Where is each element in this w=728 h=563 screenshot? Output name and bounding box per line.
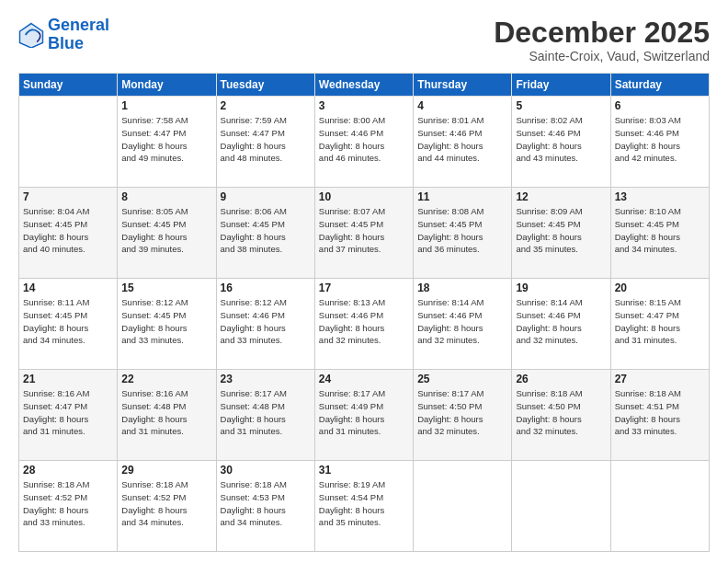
day-info: Sunrise: 8:18 AMSunset: 4:51 PMDaylight:… <box>615 387 705 438</box>
calendar-cell: 12Sunrise: 8:09 AMSunset: 4:45 PMDayligh… <box>512 188 610 279</box>
calendar-cell: 10Sunrise: 8:07 AMSunset: 4:45 PMDayligh… <box>314 188 413 279</box>
day-number: 30 <box>221 464 311 477</box>
calendar-cell: 8Sunrise: 8:05 AMSunset: 4:45 PMDaylight… <box>118 188 216 279</box>
weekday-header-tuesday: Tuesday <box>216 74 314 97</box>
calendar-cell <box>512 461 610 552</box>
calendar-cell: 2Sunrise: 7:59 AMSunset: 4:47 PMDaylight… <box>216 97 314 188</box>
day-number: 7 <box>23 190 113 203</box>
day-info: Sunrise: 8:12 AMSunset: 4:46 PMDaylight:… <box>221 296 311 347</box>
day-number: 18 <box>417 282 507 294</box>
day-info: Sunrise: 8:05 AMSunset: 4:45 PMDaylight:… <box>121 205 211 256</box>
day-info: Sunrise: 8:16 AMSunset: 4:47 PMDaylight:… <box>23 387 113 438</box>
calendar-cell: 7Sunrise: 8:04 AMSunset: 4:45 PMDaylight… <box>19 188 118 279</box>
calendar-cell: 20Sunrise: 8:15 AMSunset: 4:47 PMDayligh… <box>610 279 709 370</box>
calendar-cell: 30Sunrise: 8:18 AMSunset: 4:53 PMDayligh… <box>216 461 314 552</box>
month-title: December 2025 <box>494 17 710 49</box>
day-number: 28 <box>23 464 113 477</box>
location: Sainte-Croix, Vaud, Switzerland <box>494 49 710 63</box>
calendar-week-row: 7Sunrise: 8:04 AMSunset: 4:45 PMDaylight… <box>19 188 710 279</box>
day-number: 10 <box>319 190 409 203</box>
day-info: Sunrise: 8:04 AMSunset: 4:45 PMDaylight:… <box>23 205 113 256</box>
day-info: Sunrise: 8:03 AMSunset: 4:46 PMDaylight:… <box>615 114 705 165</box>
logo-icon <box>18 22 44 48</box>
calendar-cell: 17Sunrise: 8:13 AMSunset: 4:46 PMDayligh… <box>314 279 413 370</box>
day-number: 16 <box>221 282 311 294</box>
day-info: Sunrise: 8:06 AMSunset: 4:45 PMDaylight:… <box>221 205 311 256</box>
calendar-cell: 9Sunrise: 8:06 AMSunset: 4:45 PMDaylight… <box>216 188 314 279</box>
calendar-cell: 5Sunrise: 8:02 AMSunset: 4:46 PMDaylight… <box>512 97 610 188</box>
day-number: 8 <box>121 190 211 203</box>
day-number: 3 <box>319 99 409 112</box>
day-number: 29 <box>121 464 211 477</box>
calendar-cell: 31Sunrise: 8:19 AMSunset: 4:54 PMDayligh… <box>314 461 413 552</box>
logo-text: General Blue <box>48 17 109 53</box>
calendar-cell: 15Sunrise: 8:12 AMSunset: 4:45 PMDayligh… <box>118 279 216 370</box>
day-number: 6 <box>615 99 705 112</box>
day-number: 24 <box>319 373 409 385</box>
title-block: December 2025 Sainte-Croix, Vaud, Switze… <box>494 17 710 63</box>
logo: General Blue <box>18 17 109 53</box>
day-info: Sunrise: 8:17 AMSunset: 4:48 PMDaylight:… <box>221 387 311 438</box>
day-number: 14 <box>23 282 113 294</box>
day-info: Sunrise: 8:01 AMSunset: 4:46 PMDaylight:… <box>417 114 507 165</box>
day-number: 17 <box>319 282 409 294</box>
day-info: Sunrise: 8:07 AMSunset: 4:45 PMDaylight:… <box>319 205 409 256</box>
day-info: Sunrise: 8:18 AMSunset: 4:53 PMDaylight:… <box>221 478 311 529</box>
day-info: Sunrise: 8:11 AMSunset: 4:45 PMDaylight:… <box>23 296 113 347</box>
calendar-cell: 6Sunrise: 8:03 AMSunset: 4:46 PMDaylight… <box>610 97 709 188</box>
logo-line1: General <box>48 16 109 34</box>
calendar-cell: 1Sunrise: 7:58 AMSunset: 4:47 PMDaylight… <box>118 97 216 188</box>
calendar-cell: 29Sunrise: 8:18 AMSunset: 4:52 PMDayligh… <box>118 461 216 552</box>
day-info: Sunrise: 8:19 AMSunset: 4:54 PMDaylight:… <box>319 478 409 529</box>
calendar-cell: 19Sunrise: 8:14 AMSunset: 4:46 PMDayligh… <box>512 279 610 370</box>
weekday-header-sunday: Sunday <box>19 74 118 97</box>
day-number: 27 <box>615 373 705 385</box>
calendar-cell <box>19 97 118 188</box>
calendar-cell: 13Sunrise: 8:10 AMSunset: 4:45 PMDayligh… <box>610 188 709 279</box>
day-number: 15 <box>121 282 211 294</box>
day-number: 19 <box>516 282 606 294</box>
day-info: Sunrise: 8:10 AMSunset: 4:45 PMDaylight:… <box>615 205 705 256</box>
day-info: Sunrise: 8:16 AMSunset: 4:48 PMDaylight:… <box>121 387 211 438</box>
calendar-cell: 27Sunrise: 8:18 AMSunset: 4:51 PMDayligh… <box>610 370 709 461</box>
day-number: 13 <box>615 190 705 203</box>
day-number: 25 <box>417 373 507 385</box>
calendar-cell: 18Sunrise: 8:14 AMSunset: 4:46 PMDayligh… <box>414 279 512 370</box>
day-info: Sunrise: 8:12 AMSunset: 4:45 PMDaylight:… <box>121 296 211 347</box>
weekday-header-friday: Friday <box>512 74 610 97</box>
calendar-week-row: 14Sunrise: 8:11 AMSunset: 4:45 PMDayligh… <box>19 279 710 370</box>
day-number: 4 <box>417 99 507 112</box>
calendar-cell <box>610 461 709 552</box>
day-info: Sunrise: 8:17 AMSunset: 4:50 PMDaylight:… <box>417 387 507 438</box>
day-number: 20 <box>615 282 705 294</box>
day-info: Sunrise: 8:00 AMSunset: 4:46 PMDaylight:… <box>319 114 409 165</box>
page: General Blue December 2025 Sainte-Croix,… <box>0 0 728 563</box>
day-info: Sunrise: 8:14 AMSunset: 4:46 PMDaylight:… <box>516 296 606 347</box>
day-info: Sunrise: 8:18 AMSunset: 4:52 PMDaylight:… <box>121 478 211 529</box>
weekday-header-thursday: Thursday <box>414 74 512 97</box>
day-info: Sunrise: 8:13 AMSunset: 4:46 PMDaylight:… <box>319 296 409 347</box>
day-info: Sunrise: 7:58 AMSunset: 4:47 PMDaylight:… <box>121 114 211 165</box>
day-info: Sunrise: 8:02 AMSunset: 4:46 PMDaylight:… <box>516 114 606 165</box>
day-info: Sunrise: 8:17 AMSunset: 4:49 PMDaylight:… <box>319 387 409 438</box>
calendar-cell: 24Sunrise: 8:17 AMSunset: 4:49 PMDayligh… <box>314 370 413 461</box>
day-number: 26 <box>516 373 606 385</box>
day-number: 21 <box>23 373 113 385</box>
calendar-cell: 28Sunrise: 8:18 AMSunset: 4:52 PMDayligh… <box>19 461 118 552</box>
weekday-header-monday: Monday <box>118 74 216 97</box>
calendar-cell: 16Sunrise: 8:12 AMSunset: 4:46 PMDayligh… <box>216 279 314 370</box>
calendar-cell: 23Sunrise: 8:17 AMSunset: 4:48 PMDayligh… <box>216 370 314 461</box>
day-number: 11 <box>417 190 507 203</box>
day-info: Sunrise: 8:14 AMSunset: 4:46 PMDaylight:… <box>417 296 507 347</box>
calendar-week-row: 28Sunrise: 8:18 AMSunset: 4:52 PMDayligh… <box>19 461 710 552</box>
day-number: 23 <box>221 373 311 385</box>
day-info: Sunrise: 7:59 AMSunset: 4:47 PMDaylight:… <box>221 114 311 165</box>
header: General Blue December 2025 Sainte-Croix,… <box>18 17 710 63</box>
calendar-cell: 25Sunrise: 8:17 AMSunset: 4:50 PMDayligh… <box>414 370 512 461</box>
day-number: 31 <box>319 464 409 477</box>
calendar-cell: 22Sunrise: 8:16 AMSunset: 4:48 PMDayligh… <box>118 370 216 461</box>
day-info: Sunrise: 8:18 AMSunset: 4:52 PMDaylight:… <box>23 478 113 529</box>
calendar-cell: 4Sunrise: 8:01 AMSunset: 4:46 PMDaylight… <box>414 97 512 188</box>
day-info: Sunrise: 8:15 AMSunset: 4:47 PMDaylight:… <box>615 296 705 347</box>
weekday-header-saturday: Saturday <box>610 74 709 97</box>
